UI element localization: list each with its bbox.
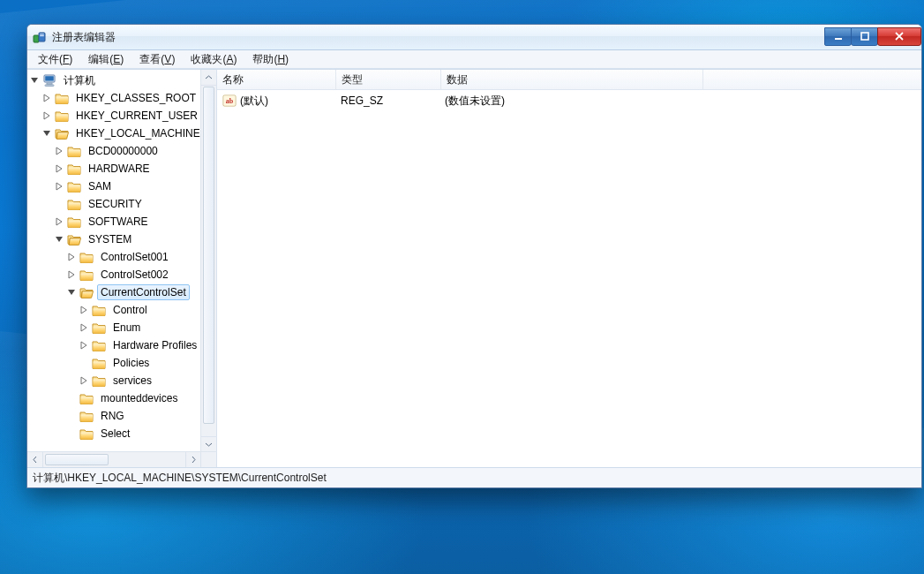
value-row[interactable]: (默认) REG_SZ (数值未设置): [217, 92, 921, 110]
collapse-icon[interactable]: [54, 234, 64, 245]
folder-icon: [79, 427, 94, 440]
folder-icon: [79, 392, 94, 404]
scroll-down-icon[interactable]: [201, 436, 216, 452]
menu-view[interactable]: 查看(V): [132, 50, 182, 69]
expand-icon[interactable]: [66, 269, 77, 280]
tree-label: BCD00000000: [85, 143, 162, 159]
tree-vertical-scrollbar[interactable]: [200, 70, 216, 452]
tree-label: ControlSet001: [97, 249, 172, 265]
scroll-thumb[interactable]: [45, 454, 109, 465]
folder-open-icon: [79, 286, 94, 298]
tree-controlset002[interactable]: ControlSet002: [66, 266, 201, 283]
tree-enum[interactable]: Enum: [79, 319, 201, 336]
column-name[interactable]: 名称: [217, 70, 336, 89]
tree-rng[interactable]: RNG: [66, 407, 201, 425]
folder-icon: [67, 162, 81, 175]
column-spacer: [703, 70, 921, 89]
tree-select[interactable]: Select: [66, 425, 201, 442]
expand-icon[interactable]: [54, 146, 64, 156]
tree-services[interactable]: services: [79, 372, 201, 389]
menu-help[interactable]: 帮助(H): [245, 50, 296, 69]
computer-icon: [42, 74, 56, 87]
regedit-window: 注册表编辑器 文件(F) 编辑(E) 查看(V) 收藏夹(A) 帮助(H): [26, 24, 922, 488]
scroll-left-icon[interactable]: [27, 452, 43, 467]
expand-icon[interactable]: [54, 216, 64, 227]
tree-label: services: [109, 373, 155, 389]
expand-icon[interactable]: [41, 93, 52, 103]
window-title: 注册表编辑器: [52, 30, 116, 45]
tree-hkcu[interactable]: HKEY_CURRENT_USER: [41, 107, 201, 125]
scroll-right-icon[interactable]: [185, 452, 201, 467]
tree-root[interactable]: 计算机: [29, 72, 201, 89]
collapse-icon[interactable]: [41, 128, 52, 139]
status-path: 计算机\HKEY_LOCAL_MACHINE\SYSTEM\CurrentCon…: [33, 471, 327, 486]
status-bar: 计算机\HKEY_LOCAL_MACHINE\SYSTEM\CurrentCon…: [27, 467, 921, 487]
tree-label: Select: [97, 426, 133, 442]
folder-icon: [67, 145, 81, 157]
expand-icon[interactable]: [54, 181, 64, 192]
regedit-app-icon: [33, 31, 47, 43]
expand-icon[interactable]: [79, 322, 89, 333]
folder-icon: [79, 251, 94, 263]
maximize-button[interactable]: [851, 27, 878, 46]
column-type[interactable]: 类型: [336, 70, 441, 89]
string-value-icon: [222, 94, 237, 108]
tree-control[interactable]: Control: [79, 301, 201, 319]
menu-favorites[interactable]: 收藏夹(A): [184, 50, 244, 69]
expand-icon[interactable]: [79, 375, 89, 386]
folder-icon: [92, 374, 106, 387]
column-headers: 名称 类型 数据: [217, 70, 921, 90]
column-data[interactable]: 数据: [441, 70, 703, 89]
tree-hklm[interactable]: HKEY_LOCAL_MACHINE: [41, 125, 201, 142]
tree-software[interactable]: SOFTWARE: [54, 213, 201, 230]
scroll-up-icon[interactable]: [201, 70, 216, 86]
expand-icon[interactable]: [79, 340, 89, 351]
tree-security[interactable]: SECURITY: [54, 195, 201, 213]
tree-currentcontrolset[interactable]: CurrentControlSet: [66, 283, 201, 301]
tree-label: HKEY_LOCAL_MACHINE: [72, 125, 201, 141]
value-data: (数值未设置): [445, 94, 505, 109]
folder-icon: [55, 110, 69, 122]
tree-label: mounteddevices: [97, 390, 181, 406]
value-list-pane: 名称 类型 数据 (默认) REG_SZ (数值未设置): [217, 70, 921, 467]
menu-edit[interactable]: 编辑(E): [81, 50, 131, 69]
tree-policies[interactable]: Policies: [79, 354, 201, 372]
folder-icon: [92, 304, 106, 316]
folder-open-icon: [55, 127, 69, 140]
expand-icon[interactable]: [66, 252, 77, 262]
svg-rect-11: [835, 38, 842, 40]
folder-icon: [55, 92, 69, 104]
tree-label: Policies: [109, 355, 153, 371]
scroll-thumb[interactable]: [203, 87, 214, 424]
expand-icon[interactable]: [79, 305, 89, 315]
tree-label: HKEY_CLASSES_ROOT: [72, 90, 199, 106]
tree-system[interactable]: SYSTEM: [54, 230, 201, 248]
title-bar[interactable]: 注册表编辑器: [27, 25, 921, 50]
minimize-button[interactable]: [824, 27, 852, 46]
tree-label: CurrentControlSet: [97, 284, 190, 300]
expand-icon[interactable]: [41, 110, 52, 121]
tree-label: Hardware Profiles: [109, 337, 200, 353]
tree-label: HKEY_CURRENT_USER: [72, 108, 201, 124]
tree-pane: 计算机 HKEY_CLASSES_ROOT HKEY_CURRENT_USER: [27, 70, 217, 467]
tree-bcd[interactable]: BCD00000000: [54, 142, 201, 160]
tree-mounteddevices[interactable]: mounteddevices: [66, 389, 201, 407]
tree-hwprofiles[interactable]: Hardware Profiles: [79, 336, 201, 354]
tree-label: HARDWARE: [85, 161, 154, 177]
expand-icon[interactable]: [54, 163, 64, 174]
tree-hkcr[interactable]: HKEY_CLASSES_ROOT: [41, 89, 201, 107]
tree-hardware[interactable]: HARDWARE: [54, 160, 201, 177]
folder-icon: [67, 215, 81, 228]
tree-label: ControlSet002: [97, 267, 172, 283]
close-button[interactable]: [877, 27, 921, 46]
folder-icon: [79, 410, 94, 422]
menu-file[interactable]: 文件(F): [31, 50, 79, 69]
tree-sam[interactable]: SAM: [54, 177, 201, 195]
tree-label: SOFTWARE: [85, 214, 152, 230]
collapse-icon[interactable]: [29, 75, 40, 86]
value-name: (默认): [240, 94, 268, 109]
tree-controlset001[interactable]: ControlSet001: [66, 248, 201, 266]
tree-label: RNG: [97, 408, 128, 424]
tree-horizontal-scrollbar[interactable]: [27, 451, 201, 467]
collapse-icon[interactable]: [66, 287, 77, 298]
